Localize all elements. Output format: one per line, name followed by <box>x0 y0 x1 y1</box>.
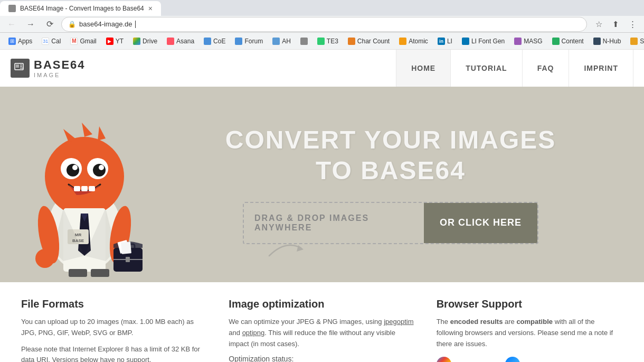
optipng-link[interactable]: optipng <box>242 329 265 337</box>
data-uri-link[interactable]: data URI <box>21 356 48 362</box>
forum-favicon <box>235 38 242 45</box>
cal-favicon: 31 <box>42 38 49 45</box>
tab-close-icon[interactable]: × <box>148 4 153 13</box>
browser-list: Chrome 4+ Safari 3.1+ Firefox 2+ Opera 9… <box>437 357 623 362</box>
more-options-button[interactable]: ⋮ <box>625 17 640 32</box>
click-here-button[interactable]: OR CLICK HERE <box>424 203 537 243</box>
bookmark-content[interactable]: Content <box>548 36 588 47</box>
bookmark-li[interactable]: in LI <box>433 36 457 47</box>
logo-text: BASE64 IMAGE <box>34 58 86 78</box>
bookmark-charcount-label: Char Count <box>357 38 390 45</box>
browser-safari-item: Safari 3.1+ <box>505 357 557 362</box>
browser-support-para: The encoded results are compatible with … <box>437 317 623 349</box>
nav-links: HOME TUTORIAL FAQ IMPRINT <box>396 50 633 87</box>
bookmark-generic1[interactable] <box>296 36 312 47</box>
bookmark-apps[interactable]: ⊞ Apps <box>4 36 36 47</box>
jpegoptim-link[interactable]: jpegoptim <box>384 318 413 326</box>
nav-tutorial[interactable]: TUTORIAL <box>451 50 523 87</box>
logo-icon <box>11 59 30 78</box>
file-formats-para1: You can upload up to 20 images (max. 1.0… <box>21 317 207 339</box>
logo-main-text: BASE64 <box>34 58 86 72</box>
logo: BASE64 IMAGE <box>11 58 396 78</box>
hero-title-text: CONVERT YOUR IMAGES TO BASE64 <box>225 125 556 185</box>
bookmark-yt-label: YT <box>116 38 124 45</box>
nav-faq[interactable]: FAQ <box>523 50 570 87</box>
browser-chrome-item: Chrome 4+ <box>437 357 490 362</box>
bookmark-lifont[interactable]: LI Font Gen <box>458 36 509 47</box>
apps-favicon: ⊞ <box>8 38 16 45</box>
nav-imprint[interactable]: IMPRINT <box>569 50 633 87</box>
svg-rect-34 <box>121 242 131 254</box>
svg-point-27 <box>35 249 54 268</box>
arrow-hint <box>264 235 306 261</box>
bookmark-masg[interactable]: MASG <box>510 36 546 47</box>
hero-title: CONVERT YOUR IMAGES TO BASE64 <box>225 125 556 185</box>
share-button[interactable]: ⬆ <box>608 17 623 32</box>
bookmark-drive-label: Drive <box>143 38 157 45</box>
bookmark-yt[interactable]: ▶ YT <box>102 36 128 47</box>
file-formats-col: File Formats You can upload up to 20 ima… <box>21 298 207 362</box>
url-text: base64-image.de <box>79 20 132 28</box>
bookmark-li-label: LI <box>447 38 452 45</box>
bookmark-suntrust-label: SunTrust <box>640 38 644 45</box>
active-tab[interactable]: BASE64 Image - Convert Images to Base64 … <box>0 1 161 16</box>
bookmark-coe-label: CoE <box>213 38 225 45</box>
bookmark-ah-label: AH <box>282 38 291 45</box>
drive-favicon <box>133 38 140 45</box>
nhub-favicon <box>593 38 601 45</box>
reload-button[interactable]: ⟳ <box>42 17 57 32</box>
hero-content: CONVERT YOUR IMAGES TO BASE64 DRAG & DRO… <box>158 104 644 265</box>
svg-point-12 <box>99 165 104 170</box>
li-favicon: in <box>438 38 445 45</box>
bookmark-te3-label: TE3 <box>327 38 338 45</box>
address-bar[interactable]: 🔒 base64-image.de <box>61 17 587 32</box>
compatible-text: compatible <box>516 318 553 326</box>
bookmark-star-button[interactable]: ☆ <box>591 17 606 32</box>
bookmark-charcount[interactable]: Char Count <box>344 36 394 47</box>
text-cursor <box>135 21 136 28</box>
bookmark-te3[interactable]: TE3 <box>313 36 343 47</box>
nav-home[interactable]: HOME <box>396 50 451 87</box>
hero-section: MR BASE <box>0 87 644 282</box>
bookmark-forum[interactable]: Forum <box>231 36 267 47</box>
bookmark-ah[interactable]: AH <box>268 36 295 47</box>
gmail-favicon: M <box>70 38 78 45</box>
generic1-favicon <box>300 38 308 45</box>
tab-title: BASE64 Image - Convert Images to Base64 <box>20 5 144 12</box>
svg-rect-1 <box>16 64 19 68</box>
yt-favicon: ▶ <box>106 38 113 45</box>
bookmark-gmail[interactable]: M Gmail <box>66 36 100 47</box>
bookmark-cal[interactable]: 31 Cal <box>37 36 65 47</box>
svg-rect-15 <box>89 186 95 191</box>
optimization-status-label: Optimization status: <box>229 355 415 362</box>
forward-button[interactable]: → <box>23 17 38 32</box>
browser-tabs: BASE64 Image - Convert Images to Base64 … <box>0 0 644 16</box>
bookmark-asana[interactable]: Asana <box>163 36 198 47</box>
content-favicon <box>552 38 560 45</box>
image-optimization-col: Image optimization We can optimize your … <box>229 298 415 362</box>
te3-favicon <box>317 38 325 45</box>
bookmark-coe[interactable]: CoE <box>200 36 230 47</box>
browser-items: Chrome 4+ Safari 3.1+ Firefox 2+ Opera 9… <box>437 357 623 362</box>
suntrust-favicon <box>630 38 638 45</box>
bookmark-masg-label: MASG <box>524 38 542 45</box>
svg-rect-35 <box>69 269 87 277</box>
mascot-illustration: MR BASE <box>11 103 158 277</box>
tab-favicon <box>8 5 16 12</box>
bookmark-suntrust[interactable]: SunTrust <box>626 36 644 47</box>
optimization-status: Optimization status: enabled disabled ▼ <box>229 355 415 362</box>
bookmark-nhub-label: N-Hub <box>603 38 621 45</box>
back-button[interactable]: ← <box>4 17 19 32</box>
info-section: File Formats You can upload up to 20 ima… <box>0 282 644 362</box>
bookmark-drive[interactable]: Drive <box>129 36 162 47</box>
bookmark-apps-label: Apps <box>18 38 32 45</box>
safari-icon <box>505 357 520 362</box>
encoded-results-text: encoded results <box>450 318 503 326</box>
bookmark-nhub[interactable]: N-Hub <box>589 36 626 47</box>
svg-marker-17 <box>82 123 92 137</box>
secure-icon: 🔒 <box>68 21 76 28</box>
site-content: BASE64 IMAGE HOME TUTORIAL FAQ IMPRINT <box>0 50 644 362</box>
bookmark-atomic[interactable]: Atomic <box>395 36 432 47</box>
ah-favicon <box>272 38 280 45</box>
chrome-icon <box>437 357 451 362</box>
